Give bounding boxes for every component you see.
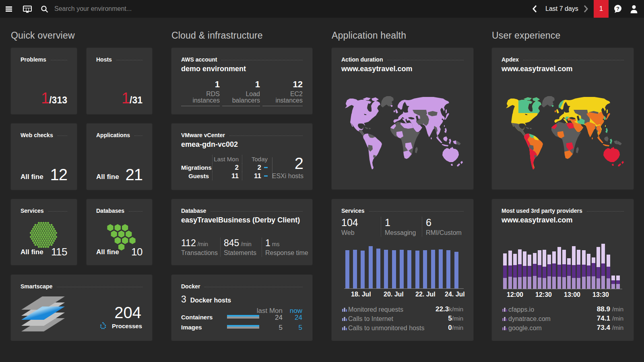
svg-text:?: ? — [616, 6, 619, 12]
